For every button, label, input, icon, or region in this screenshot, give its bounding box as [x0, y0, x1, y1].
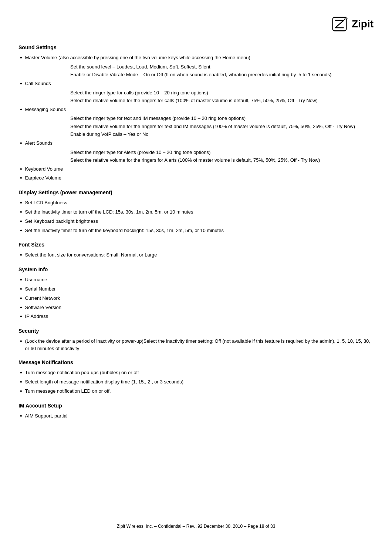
- sub-content-line: Set the sound level – Loudest, Loud, Med…: [70, 63, 374, 71]
- logo-area: R Zipit: [18, 15, 374, 33]
- list-item: Master Volume (also accessible by pressi…: [18, 54, 374, 62]
- svg-line-2: [335, 20, 344, 28]
- list-item: Set the inactivity timer to turn off the…: [18, 227, 374, 235]
- bullet-list-font-sizes: Select the font size for conversations: …: [18, 251, 374, 259]
- list-item-text: Set the inactivity timer to turn off the…: [25, 227, 374, 234]
- zipit-logo-icon: R: [330, 15, 349, 33]
- list-item-text: Set Keyboard backlight brightness: [25, 218, 374, 225]
- list-item: Set the inactivity timer to turn off the…: [18, 208, 374, 216]
- page-container: R Zipit Sound SettingsMaster Volume (als…: [0, 0, 392, 540]
- sub-content-line: Enable or Disable Vibrate Mode – On or O…: [70, 71, 374, 78]
- list-item: Select length of message notification di…: [18, 378, 374, 386]
- list-item-text: Call Sounds: [25, 80, 374, 87]
- section-heading-message-notifications: Message Notifications: [18, 359, 374, 365]
- list-item-text: (Lock the device after a period of inact…: [25, 338, 374, 352]
- list-item-text: Turn message notification LED on or off.: [25, 388, 374, 395]
- list-item: Keyboard Volume: [18, 165, 374, 173]
- logo-text: Zipit: [352, 18, 374, 30]
- sub-content-line: Select the relative volume for the ringe…: [70, 123, 374, 130]
- svg-text:R: R: [345, 18, 346, 20]
- list-item: Turn message notification pop-ups (bubbl…: [18, 369, 374, 377]
- footer-text: Zipit Wireless, Inc. – Confidential – Re…: [117, 524, 276, 529]
- sub-content: Set the sound level – Loudest, Loud, Med…: [70, 63, 374, 78]
- logo-box: R Zipit: [330, 15, 374, 33]
- list-item: Select the font size for conversations: …: [18, 251, 374, 259]
- bullet-list-message-notifications: Turn message notification pop-ups (bubbl…: [18, 369, 374, 395]
- section-security: Security(Lock the device after a period …: [18, 328, 374, 352]
- sub-content-line: Select the relative volume for the ringe…: [70, 97, 374, 104]
- sub-content-line: Select the relative volume for the ringe…: [70, 157, 374, 164]
- sub-content: Select the ringer type for text and IM m…: [70, 115, 374, 138]
- list-item: AIM Support, partial: [18, 412, 374, 420]
- section-heading-font-sizes: Font Sizes: [18, 242, 374, 248]
- section-system-info: System InfoUsernameSerial NumberCurrent …: [18, 266, 374, 321]
- list-item: Set Keyboard backlight brightness: [18, 218, 374, 225]
- list-item-text: Select the font size for conversations: …: [25, 251, 374, 259]
- bullet-list-im-account-setup: AIM Support, partial: [18, 412, 374, 420]
- list-item: Turn message notification LED on or off.: [18, 388, 374, 395]
- bullet-list-display-settings: Set LCD BrightnessSet the inactivity tim…: [18, 199, 374, 234]
- list-item: IP Address: [18, 313, 374, 321]
- section-heading-display-settings: Display Settings (power management): [18, 189, 374, 195]
- section-heading-sound-settings: Sound Settings: [18, 44, 374, 50]
- list-item: Software Version: [18, 304, 374, 312]
- list-item-text: Turn message notification pop-ups (bubbl…: [25, 369, 374, 376]
- list-item: Call Sounds: [18, 80, 374, 88]
- list-item: Current Network: [18, 295, 374, 302]
- sub-content-line: Select the ringer type for text and IM m…: [70, 115, 374, 122]
- list-item: Messaging Sounds: [18, 106, 374, 114]
- list-item-text: Alert Sounds: [25, 140, 374, 147]
- list-item-text: Software Version: [25, 304, 374, 311]
- section-heading-security: Security: [18, 328, 374, 334]
- sub-content: Select the ringer type for Alerts (provi…: [70, 149, 374, 164]
- section-display-settings: Display Settings (power management)Set L…: [18, 189, 374, 234]
- list-item-text: Earpiece Volume: [25, 174, 374, 182]
- section-sound-settings: Sound SettingsMaster Volume (also access…: [18, 44, 374, 182]
- section-message-notifications: Message NotificationsTurn message notifi…: [18, 359, 374, 395]
- list-item: Alert Sounds: [18, 140, 374, 147]
- bullet-list-security: (Lock the device after a period of inact…: [18, 338, 374, 352]
- section-im-account-setup: IM Account SetupAIM Support, partial: [18, 403, 374, 420]
- list-item-text: Set LCD Brightness: [25, 199, 374, 207]
- list-item-text: AIM Support, partial: [25, 412, 374, 420]
- sub-content-line: Select the ringer type for Alerts (provi…: [70, 149, 374, 156]
- list-item-text: Master Volume (also accessible by pressi…: [25, 54, 374, 61]
- list-item: Set LCD Brightness: [18, 199, 374, 207]
- bullet-list-system-info: UsernameSerial NumberCurrent NetworkSoft…: [18, 276, 374, 321]
- list-item: Username: [18, 276, 374, 284]
- bullet-list-sound-settings: Master Volume (also accessible by pressi…: [18, 54, 374, 182]
- list-item-text: Current Network: [25, 295, 374, 302]
- list-item-text: Serial Number: [25, 285, 374, 293]
- sub-content-line: Enable during VoIP calls – Yes or No: [70, 131, 374, 138]
- section-font-sizes: Font SizesSelect the font size for conve…: [18, 242, 374, 259]
- list-item-text: Username: [25, 276, 374, 284]
- list-item: (Lock the device after a period of inact…: [18, 338, 374, 352]
- page-footer: Zipit Wireless, Inc. – Confidential – Re…: [0, 524, 392, 529]
- list-item-text: Messaging Sounds: [25, 106, 374, 113]
- sub-content: Select the ringer type for calls (provid…: [70, 89, 374, 104]
- section-heading-system-info: System Info: [18, 266, 374, 272]
- list-item: Earpiece Volume: [18, 174, 374, 182]
- sub-content-line: Select the ringer type for calls (provid…: [70, 89, 374, 97]
- list-item-text: Select length of message notification di…: [25, 378, 374, 386]
- list-item-text: Set the inactivity timer to turn off the…: [25, 208, 374, 216]
- list-item-text: Keyboard Volume: [25, 165, 374, 173]
- section-heading-im-account-setup: IM Account Setup: [18, 403, 374, 409]
- list-item: Serial Number: [18, 285, 374, 293]
- content-area: Sound SettingsMaster Volume (also access…: [18, 44, 374, 420]
- list-item-text: IP Address: [25, 313, 374, 320]
